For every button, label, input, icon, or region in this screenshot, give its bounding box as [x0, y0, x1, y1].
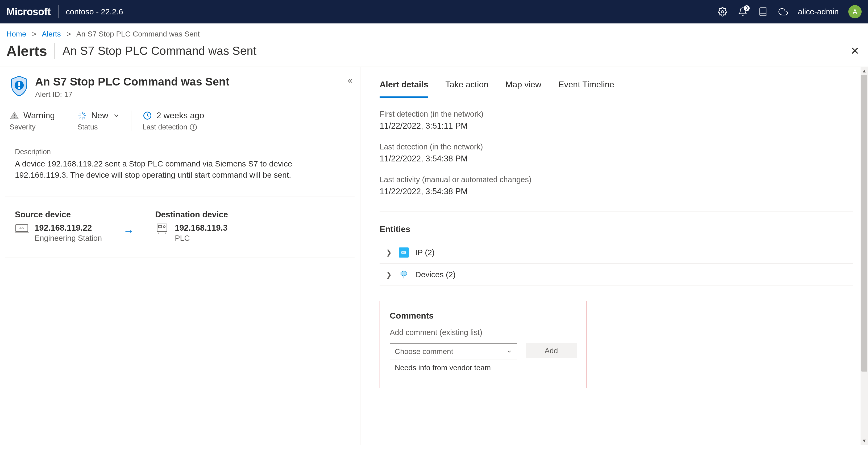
docs-icon[interactable]: [757, 6, 768, 17]
svg-point-0: [721, 11, 723, 13]
brand-logo: Microsoft: [6, 6, 51, 18]
add-button[interactable]: Add: [526, 343, 577, 358]
svg-line-13: [80, 113, 81, 114]
divider: [58, 5, 59, 18]
severity-label: Severity: [9, 123, 55, 131]
clock-icon: [143, 111, 152, 120]
arrow-right-icon: →: [123, 225, 134, 237]
breadcrumb-current: An S7 Stop PLC Command was Sent: [76, 30, 200, 38]
destination-device-heading: Destination device: [155, 210, 228, 220]
scroll-up-icon[interactable]: ▲: [861, 67, 868, 75]
tab-take-action[interactable]: Take action: [445, 80, 488, 98]
chevron-right-icon: ❯: [386, 271, 392, 279]
severity-value: Warning: [23, 111, 55, 120]
last-detection-value: 11/22/2022, 3:54:38 PM: [380, 154, 853, 164]
breadcrumb: Home > Alerts > An S7 Stop PLC Command w…: [0, 23, 868, 41]
add-comment-label: Add comment (existing list): [390, 328, 577, 337]
status-value: New: [91, 111, 108, 120]
first-detection-label: First detection (in the network): [380, 110, 853, 118]
notifications-icon[interactable]: 0: [737, 6, 748, 17]
svg-rect-3: [18, 87, 20, 89]
comments-section: Comments Add comment (existing list) Cho…: [380, 301, 587, 388]
comment-select-placeholder: Choose comment: [395, 347, 453, 356]
comment-option[interactable]: Needs info from vendor team: [390, 360, 517, 376]
ip-icon: [399, 248, 409, 258]
alert-id: Alert ID: 17: [35, 90, 229, 99]
last-activity-value: 11/22/2022, 3:54:38 PM: [380, 187, 853, 196]
entity-ip-row[interactable]: ❯ IP (2): [380, 242, 853, 264]
tab-map-view[interactable]: Map view: [505, 80, 541, 98]
comments-heading: Comments: [390, 311, 577, 321]
breadcrumb-sep: >: [66, 30, 71, 38]
entity-devices-row[interactable]: ❯ Devices (2): [380, 264, 853, 286]
close-icon[interactable]: ✕: [850, 45, 860, 57]
svg-point-20: [163, 226, 165, 227]
user-name[interactable]: alice-admin: [798, 7, 839, 16]
entities-heading: Entities: [380, 224, 853, 234]
description-text: A device 192.168.119.22 sent a Stop PLC …: [15, 158, 345, 180]
entity-ip-label: IP (2): [415, 248, 435, 257]
tab-event-timeline[interactable]: Event Timeline: [558, 80, 614, 98]
breadcrumb-home[interactable]: Home: [6, 30, 26, 38]
chevron-right-icon: ❯: [386, 249, 392, 257]
shield-icon: [9, 75, 29, 97]
plc-icon: [155, 223, 169, 234]
scroll-thumb[interactable]: [861, 75, 867, 372]
source-device-type: Engineering Station: [35, 234, 102, 243]
comment-select[interactable]: Choose comment Needs info from vendor te…: [390, 343, 517, 376]
alert-name: An S7 Stop PLC Command was Sent: [35, 75, 229, 88]
last-detection-label: Last detection (in the network): [380, 142, 853, 151]
tabs: Alert details Take action Map view Event…: [380, 67, 853, 98]
svg-text:</>: </>: [20, 226, 25, 230]
status-label: Status: [78, 123, 120, 131]
svg-line-7: [84, 113, 85, 114]
destination-device-type: PLC: [175, 234, 227, 243]
svg-line-9: [84, 117, 85, 118]
last-activity-label: Last activity (manual or automated chang…: [380, 175, 853, 184]
chevron-down-icon[interactable]: [113, 112, 120, 119]
svg-point-24: [402, 252, 403, 253]
chevron-down-icon: [506, 349, 512, 355]
svg-rect-19: [159, 226, 161, 228]
last-detection-value: 2 weeks ago: [156, 111, 204, 120]
page-title-row: Alerts An S7 Stop PLC Command was Sent ✕: [0, 41, 868, 67]
breadcrumb-alerts[interactable]: Alerts: [42, 30, 61, 38]
description-label: Description: [15, 148, 345, 156]
source-device-ip[interactable]: 192.168.119.22: [35, 223, 102, 233]
page-title: An S7 Stop PLC Command was Sent: [63, 44, 256, 58]
source-device-heading: Source device: [15, 210, 102, 220]
divider: [55, 43, 55, 59]
scroll-down-icon[interactable]: ▼: [861, 437, 868, 445]
svg-rect-4: [14, 114, 15, 116]
devices-icon: [399, 270, 409, 280]
svg-line-11: [80, 117, 81, 118]
tab-alert-details[interactable]: Alert details: [380, 80, 428, 98]
last-detection-label: Last detection: [143, 123, 187, 131]
svg-point-25: [404, 252, 404, 253]
scrollbar[interactable]: ▲ ▼: [861, 67, 868, 445]
info-icon[interactable]: i: [190, 124, 197, 131]
status-icon: [78, 111, 87, 120]
svg-rect-5: [14, 117, 15, 118]
svg-point-26: [405, 252, 405, 253]
entity-devices-label: Devices (2): [415, 270, 456, 279]
first-detection-value: 11/22/2022, 3:51:11 PM: [380, 121, 853, 131]
tenant-label: contoso - 22.2.6: [66, 7, 123, 16]
collapse-icon[interactable]: «: [348, 75, 352, 85]
engineering-station-icon: </>: [15, 223, 29, 234]
settings-icon[interactable]: [717, 6, 728, 17]
top-nav: Microsoft contoso - 22.2.6 0 alice-admin…: [0, 0, 868, 23]
notification-badge: 0: [744, 5, 750, 11]
warning-icon: [9, 111, 19, 120]
breadcrumb-sep: >: [32, 30, 36, 38]
avatar[interactable]: A: [848, 5, 862, 18]
page-section: Alerts: [6, 43, 47, 59]
svg-rect-2: [18, 82, 20, 86]
destination-device-ip[interactable]: 192.168.119.3: [175, 223, 227, 233]
cloud-icon[interactable]: [778, 6, 788, 17]
